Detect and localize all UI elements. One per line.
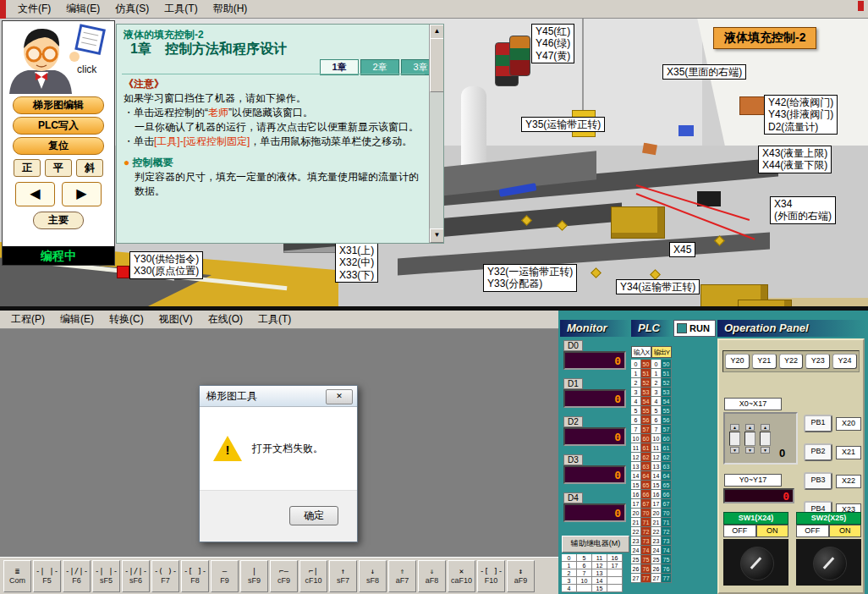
menu-item[interactable]: 帮助(H) — [206, 0, 255, 19]
wheel-down-button[interactable]: ▼ — [745, 447, 755, 454]
menu-item[interactable]: 工具(T) — [157, 0, 205, 19]
ladder-symbol-button[interactable]: ⌐— cF9 — [270, 560, 298, 592]
wheel-down-button[interactable]: ▼ — [761, 447, 770, 454]
menu-item[interactable]: 视图(V) — [151, 310, 201, 329]
output-device-cell: 74 — [662, 546, 672, 555]
close-icon[interactable]: ✕ — [326, 389, 353, 404]
wheel-up-button[interactable]: ▲ — [761, 424, 770, 431]
aux-relay-cell: 13 — [592, 569, 607, 577]
device-label-y42: Y42(给液阀门)Y43(排液阀门)D2(流量计) — [764, 95, 838, 135]
output-device-cell: 72 — [662, 527, 672, 536]
aux-relay-button[interactable]: 辅助继电器(M) — [562, 536, 629, 553]
ladder-symbol-button[interactable]: -|/|- sF6 — [122, 560, 150, 592]
ladder-symbol-button[interactable]: ≣ Com — [3, 560, 31, 592]
register-name: D0 — [563, 340, 583, 351]
notice-line: 如果学习窗口挡住了机器，请如下操作。 — [124, 91, 420, 106]
y-value-display: 0 — [723, 488, 794, 503]
teacher-character[interactable]: click — [3, 21, 113, 94]
run-checkbox[interactable]: RUN — [673, 320, 716, 337]
output-device-cell: 76 — [662, 564, 672, 574]
output-device-cell: 15 — [651, 481, 662, 490]
switch-on-button[interactable]: ON — [756, 525, 789, 537]
scroll-up-button[interactable]: ▲ — [430, 25, 444, 39]
remote-action-button[interactable]: 复位 — [13, 137, 104, 155]
pushbutton[interactable]: PB1 — [804, 415, 832, 432]
device-label-x45: X45 — [669, 242, 695, 257]
ladder-symbol-key: caF10 — [451, 576, 472, 586]
output-device-cell: 61 — [662, 443, 672, 453]
thumbwheel-switch: ▲ ▼ ▲ ▼ ▲ ▼ 0 — [723, 412, 798, 465]
menu-item[interactable]: 转换(C) — [102, 310, 151, 329]
ladder-symbol-button[interactable]: -| |- sF5 — [92, 560, 120, 592]
view-mode-button[interactable]: 斜 — [76, 159, 103, 177]
rotary-knob[interactable] — [796, 539, 861, 586]
ladder-symbol-button[interactable]: ⌐| cF10 — [299, 560, 327, 592]
summary-heading: ● 控制概要 — [124, 156, 420, 170]
ladder-symbol-button[interactable]: ✕ caF10 — [448, 560, 475, 592]
switch-on-button[interactable]: ON — [829, 525, 862, 537]
menu-item[interactable]: 编辑(E) — [58, 0, 107, 19]
ladder-symbol-button[interactable]: -[ ]- F8 — [181, 560, 209, 592]
pushbutton[interactable]: PB2 — [804, 443, 832, 461]
wheel-up-button[interactable]: ▲ — [745, 424, 755, 431]
pushbutton[interactable]: PB3 — [804, 472, 832, 490]
ladder-symbol-button[interactable]: ↓ sF8 — [359, 560, 387, 592]
aux-relay-cell — [607, 577, 623, 585]
plc-device-row: 0 50 0 50 — [631, 360, 672, 369]
next-page-button[interactable]: ▶ — [62, 182, 102, 206]
plc-device-row: 1 51 1 51 — [631, 369, 672, 378]
rotary-knob[interactable] — [723, 539, 788, 586]
main-menu-button[interactable]: 主要 — [33, 212, 84, 229]
input-device-cell: 25 — [631, 555, 641, 564]
remote-action-button[interactable]: 梯形图编辑 — [13, 96, 104, 114]
output-device-cell: 7 — [651, 425, 662, 434]
notice-heading: 《注意》 — [124, 77, 420, 91]
menu-item[interactable]: 编辑(E) — [52, 310, 102, 329]
switch-off-button[interactable]: OFF — [796, 525, 829, 537]
wheel-window — [760, 432, 771, 446]
view-mode-button[interactable]: 平 — [45, 159, 72, 177]
aux-relay-row: 1 6 12 17 — [562, 562, 628, 569]
wheel-up-button[interactable]: ▲ — [730, 424, 739, 431]
aux-relay-cell: 12 — [592, 562, 607, 569]
ladder-symbol-button[interactable]: | sF9 — [240, 560, 268, 592]
menu-item[interactable]: 文件(F) — [10, 0, 58, 19]
menu-item[interactable]: 工具(T) — [250, 310, 299, 329]
ladder-symbol-button[interactable]: -|/|- F6 — [63, 560, 91, 592]
lesson-scrollbar[interactable]: ▲ ▼ — [429, 25, 443, 243]
menu-item[interactable]: 在线(O) — [201, 310, 250, 329]
input-device-cell: 70 — [641, 509, 651, 518]
switch-off-button[interactable]: OFF — [723, 525, 756, 537]
ladder-symbol-key: F10 — [485, 576, 498, 586]
scroll-down-button[interactable]: ▼ — [430, 228, 444, 243]
ok-button[interactable]: 确定 — [289, 506, 338, 525]
ladder-symbol-button[interactable]: ⇑ aF7 — [388, 560, 416, 592]
ladder-symbol-button[interactable]: ↕ aF9 — [507, 560, 535, 592]
view-mode-button[interactable]: 正 — [14, 159, 41, 177]
ladder-symbol-button[interactable]: ⇓ aF8 — [418, 560, 446, 592]
output-y-tab[interactable]: 输出Y — [651, 346, 672, 358]
ladder-symbol-button[interactable]: -[ ]- F10 — [477, 560, 505, 592]
output-device-cell: 26 — [651, 564, 662, 574]
ladder-symbol-button[interactable]: ↑ sF7 — [329, 560, 357, 592]
aux-relay-cell: 1 — [562, 562, 577, 569]
plc-device-row: 20 70 20 70 — [631, 509, 672, 518]
switch-label: SW2(X25) — [796, 512, 861, 525]
menu-item[interactable]: 工程(P) — [3, 310, 52, 329]
input-device-cell: 53 — [641, 388, 651, 397]
ladder-symbol-button[interactable]: -( )- F7 — [151, 560, 179, 592]
ladder-symbol-button[interactable]: — F9 — [211, 560, 239, 592]
wheel-down-button[interactable]: ▼ — [730, 447, 739, 454]
output-device-cell: 14 — [651, 471, 662, 481]
scroll-thumb[interactable] — [430, 38, 444, 92]
ladder-symbol-button[interactable]: -| |- F5 — [33, 560, 61, 592]
output-device-cell: 75 — [662, 555, 672, 564]
editor-menubar: 工程(P)编辑(E)转换(C)视图(V)在线(O)工具(T) — [0, 311, 558, 329]
remote-action-button[interactable]: PLC写入 — [13, 117, 104, 135]
ladder-symbol-icon: ≣ — [15, 567, 19, 576]
lesson-separator — [122, 74, 425, 74]
input-x-tab[interactable]: 输入X — [631, 346, 651, 358]
aux-relay-cell: 6 — [577, 562, 592, 569]
prev-page-button[interactable]: ◀ — [15, 182, 55, 206]
menu-item[interactable]: 仿真(S) — [107, 0, 157, 19]
